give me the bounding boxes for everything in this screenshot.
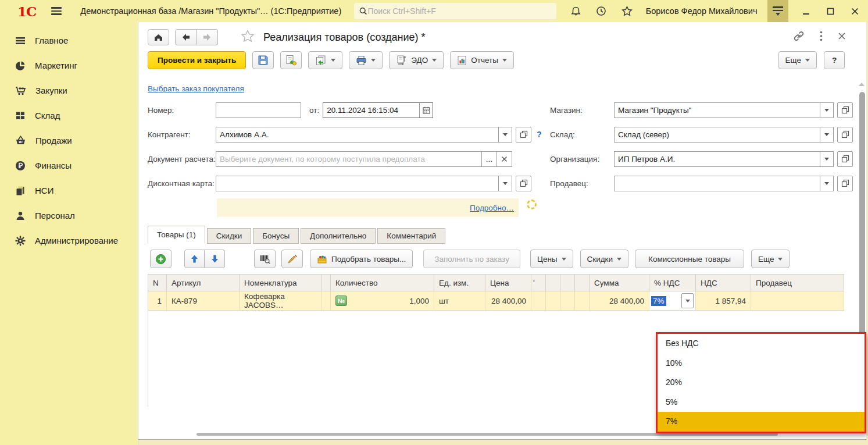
open-discount-card-button[interactable] bbox=[516, 176, 531, 191]
col-nomenclature[interactable]: Номенклатура bbox=[240, 274, 322, 291]
col-sum[interactable]: Сумма bbox=[590, 274, 649, 291]
sidebar-item-personal[interactable]: Персонал bbox=[0, 203, 138, 228]
forward-button[interactable] bbox=[197, 29, 218, 45]
cell-n[interactable]: 1 bbox=[148, 291, 167, 311]
print-button[interactable] bbox=[349, 51, 383, 69]
close-form-icon[interactable] bbox=[838, 32, 846, 42]
add-to-favorites-star-icon[interactable] bbox=[240, 29, 255, 46]
cell-flag3[interactable] bbox=[546, 291, 560, 311]
choose-button[interactable]: ... bbox=[481, 152, 496, 166]
open-warehouse-button[interactable] bbox=[837, 127, 853, 143]
vat-dropdown-toggle[interactable] bbox=[681, 293, 694, 308]
cell-flag1[interactable] bbox=[322, 291, 331, 311]
save-button[interactable] bbox=[252, 51, 274, 69]
cell-quantity[interactable]: № 1,000 bbox=[331, 291, 434, 311]
main-menu-icon[interactable] bbox=[51, 7, 62, 15]
col-vat[interactable]: НДС bbox=[696, 274, 751, 291]
vat-option-10[interactable]: 10% bbox=[658, 354, 865, 373]
tab-skidki[interactable]: Скидки bbox=[207, 228, 252, 244]
chevron-down-icon[interactable] bbox=[820, 176, 833, 191]
tab-bonusy[interactable]: Бонусы bbox=[253, 228, 299, 244]
tab-kommentariy[interactable]: Комментарий bbox=[377, 228, 445, 244]
vat-option-bez-nds[interactable]: Без НДС bbox=[658, 334, 865, 354]
seller-field[interactable] bbox=[614, 176, 834, 191]
more-button[interactable]: Еще bbox=[778, 51, 817, 69]
organization-field[interactable]: ИП Петров А.И. bbox=[614, 151, 834, 167]
col-article[interactable]: Артикул bbox=[167, 274, 240, 291]
cell-flag2[interactable] bbox=[531, 291, 546, 311]
open-seller-button[interactable] bbox=[837, 176, 853, 191]
col-flag4[interactable] bbox=[560, 274, 575, 291]
horizontal-scrollbar[interactable] bbox=[197, 433, 778, 436]
cell-flag4[interactable] bbox=[560, 291, 575, 311]
barcode-scan-button[interactable] bbox=[254, 250, 276, 268]
maximize-button[interactable] bbox=[823, 2, 839, 20]
close-window-button[interactable] bbox=[847, 2, 863, 20]
settlement-doc-field[interactable]: Выберите документ, по которому поступила… bbox=[216, 151, 512, 167]
sidebar-item-marketing[interactable]: Маркетинг bbox=[0, 53, 138, 78]
table-more-button[interactable]: Еще bbox=[751, 250, 790, 268]
move-row-up-button[interactable] bbox=[184, 250, 205, 268]
discounts-button[interactable]: Скидки bbox=[580, 250, 629, 268]
contragent-help-link[interactable]: ? bbox=[537, 130, 542, 139]
col-flag3[interactable] bbox=[546, 274, 560, 291]
date-field[interactable]: 20.11.2024 16:15:04 bbox=[323, 102, 433, 118]
contragent-field[interactable]: Алхимов А.А. bbox=[216, 127, 512, 143]
service-menu-button[interactable] bbox=[767, 0, 788, 22]
select-customer-order-link[interactable]: Выбрать заказ покупателя bbox=[148, 84, 244, 93]
back-button[interactable] bbox=[175, 29, 197, 45]
col-price[interactable]: Цена bbox=[485, 274, 531, 291]
vat-option-5[interactable]: 5% bbox=[658, 393, 865, 412]
sidebar-item-prodazhi[interactable]: Продажи bbox=[0, 128, 138, 153]
col-unit[interactable]: Ед. изм. bbox=[434, 274, 485, 291]
cell-flag5[interactable] bbox=[575, 291, 590, 311]
notifications-bell-icon[interactable] bbox=[570, 6, 581, 17]
vat-option-20[interactable]: 20% bbox=[658, 373, 865, 393]
open-organization-button[interactable] bbox=[837, 151, 853, 167]
cell-vat-rate-editor[interactable]: 7% bbox=[649, 291, 696, 311]
post-document-button[interactable] bbox=[280, 51, 302, 69]
pick-goods-button[interactable]: Подобрать товары... bbox=[310, 250, 413, 268]
move-row-down-button[interactable] bbox=[205, 250, 225, 268]
discount-card-field[interactable] bbox=[216, 176, 512, 191]
sidebar-item-zakupki[interactable]: Закупки bbox=[0, 78, 138, 103]
sidebar-item-finansy[interactable]: Финансы bbox=[0, 153, 138, 178]
sidebar-item-nsi[interactable]: НСИ bbox=[0, 178, 138, 203]
col-flag5[interactable] bbox=[575, 274, 590, 291]
chevron-down-icon[interactable] bbox=[820, 127, 833, 142]
details-link[interactable]: Подробно… bbox=[470, 204, 514, 212]
tab-dopolnitelno[interactable]: Дополнительно bbox=[301, 228, 376, 244]
cell-seller[interactable] bbox=[751, 291, 844, 311]
price-tag-button[interactable] bbox=[281, 250, 303, 268]
number-field[interactable] bbox=[216, 102, 301, 118]
cell-unit[interactable]: шт bbox=[434, 291, 485, 311]
col-quantity[interactable]: Количество bbox=[331, 274, 434, 291]
clear-icon[interactable] bbox=[496, 152, 512, 166]
get-link-icon[interactable] bbox=[793, 31, 805, 44]
cell-article[interactable]: КА-879 bbox=[167, 291, 240, 311]
col-flag2[interactable]: ' bbox=[531, 274, 546, 291]
tab-tovary[interactable]: Товары (1) bbox=[148, 226, 205, 244]
col-vat-rate[interactable]: % НДС bbox=[649, 274, 696, 291]
serial-number-badge[interactable]: № bbox=[335, 296, 347, 306]
store-field[interactable]: Магазин "Продукты" bbox=[614, 102, 834, 118]
open-store-button[interactable] bbox=[837, 102, 853, 118]
cell-sum[interactable]: 28 400,00 bbox=[590, 291, 649, 311]
favorites-star-icon[interactable] bbox=[621, 5, 633, 17]
help-button[interactable]: ? bbox=[824, 51, 845, 69]
chevron-down-icon[interactable] bbox=[820, 152, 833, 166]
post-and-close-button[interactable]: Провести и закрыть bbox=[148, 51, 246, 69]
prices-button[interactable]: Цены bbox=[530, 250, 573, 268]
col-seller[interactable]: Продавец bbox=[751, 274, 844, 291]
search-input[interactable] bbox=[367, 6, 551, 16]
chevron-down-icon[interactable] bbox=[498, 127, 512, 142]
add-row-button[interactable] bbox=[150, 250, 172, 268]
cell-nomenclature[interactable]: Кофеварка JACOBS… bbox=[240, 291, 322, 311]
vat-option-7-selected[interactable]: 7% bbox=[658, 412, 865, 432]
home-button[interactable] bbox=[148, 29, 169, 45]
commission-goods-button[interactable]: Комиссионные товары bbox=[635, 250, 744, 268]
chevron-down-icon[interactable] bbox=[498, 176, 512, 191]
sidebar-item-glavnoe[interactable]: Главное bbox=[0, 28, 138, 53]
create-based-on-button[interactable] bbox=[308, 51, 342, 69]
cell-price[interactable]: 28 400,00 bbox=[485, 291, 531, 311]
